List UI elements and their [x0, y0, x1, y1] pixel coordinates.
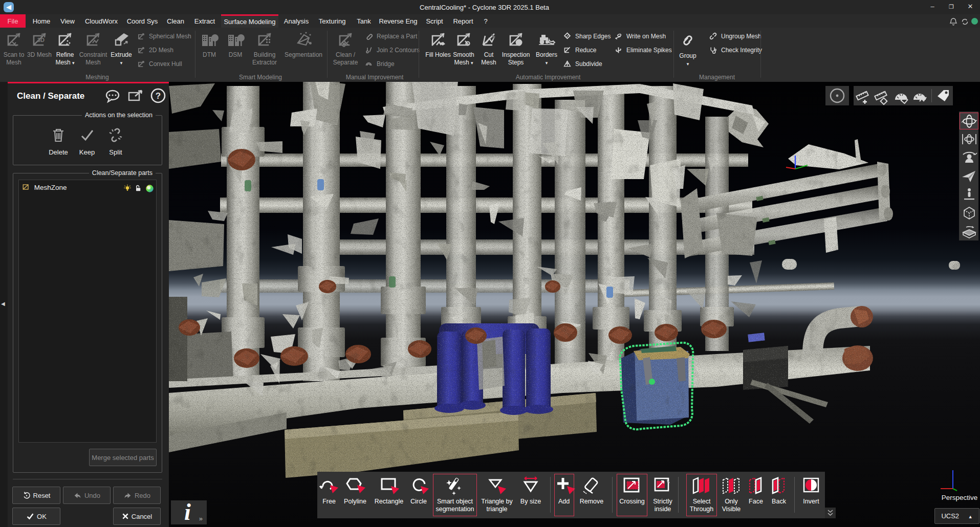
svg-text:?: ?	[156, 91, 161, 101]
svg-text:3D: 3D	[37, 37, 45, 43]
